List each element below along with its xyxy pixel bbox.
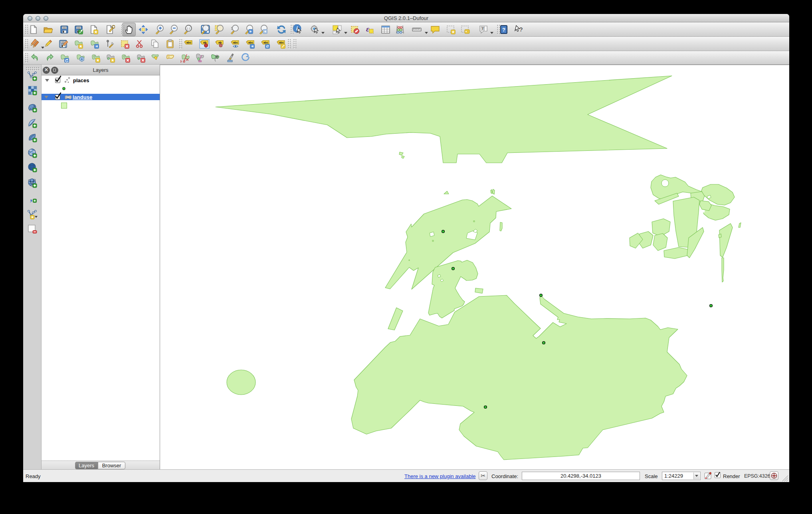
svg-text:abc: abc [279, 41, 284, 44]
svg-text:?: ? [502, 27, 505, 33]
svg-text:ab: ab [218, 41, 222, 44]
svg-text:abc: abc [233, 41, 238, 44]
svg-text:abc: abc [248, 41, 253, 44]
svg-text:1:1: 1:1 [186, 27, 190, 30]
svg-text:ε: ε [366, 25, 369, 33]
svg-text:abc: abc [263, 41, 268, 44]
svg-text:abc: abc [186, 41, 191, 44]
svg-text:?: ? [519, 26, 523, 33]
svg-text:T: T [482, 27, 484, 31]
svg-text:,: , [30, 193, 32, 203]
